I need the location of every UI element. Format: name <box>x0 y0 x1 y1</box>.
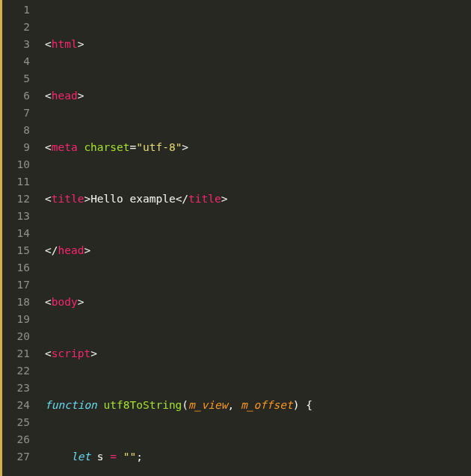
code-line[interactable]: <html> <box>45 36 417 53</box>
line-number: 10 <box>7 156 36 173</box>
line-number: 17 <box>7 276 36 294</box>
line-number: 21 <box>7 345 36 362</box>
code-line[interactable]: <meta charset="utf-8"> <box>45 139 417 156</box>
line-number: 3 <box>7 36 36 53</box>
code-line[interactable]: <body> <box>45 294 417 311</box>
line-number: 4 <box>7 53 36 70</box>
line-number: 22 <box>7 362 36 380</box>
code-line[interactable]: let s = ""; <box>45 448 417 466</box>
line-number: 24 <box>7 397 36 414</box>
line-number: 19 <box>7 311 36 328</box>
line-number: 16 <box>7 259 36 276</box>
line-number: 1 <box>7 1 36 19</box>
line-number: 5 <box>7 70 36 87</box>
line-number: 25 <box>7 414 36 431</box>
git-modified-stripe <box>0 0 2 476</box>
line-number: 11 <box>7 173 36 191</box>
line-number: 26 <box>7 431 36 448</box>
line-number: 6 <box>7 87 36 105</box>
line-number: 14 <box>7 225 36 242</box>
code-editor[interactable]: 1 2 3 4 5 6 7 8 9 10 11 12 13 14 15 16 1… <box>0 0 471 476</box>
code-line[interactable]: </head> <box>45 242 417 259</box>
line-number: 12 <box>7 191 36 208</box>
line-number: 15 <box>7 242 36 259</box>
line-number: 2 <box>7 19 36 36</box>
line-number: 13 <box>7 208 36 225</box>
code-line[interactable]: <head> <box>45 87 417 105</box>
line-number: 27 <box>7 448 36 466</box>
code-area[interactable]: <html> <head> <meta charset="utf-8"> <ti… <box>36 0 417 476</box>
line-number: 20 <box>7 328 36 345</box>
line-number-gutter: 1 2 3 4 5 6 7 8 9 10 11 12 13 14 15 16 1… <box>0 0 36 476</box>
line-number: 18 <box>7 294 36 311</box>
code-line[interactable]: <script> <box>45 345 417 362</box>
line-number: 23 <box>7 380 36 397</box>
line-number: 8 <box>7 122 36 139</box>
code-line[interactable]: function utf8ToString(m_view, m_offset) … <box>45 397 417 414</box>
line-number: 9 <box>7 139 36 156</box>
line-number: 7 <box>7 105 36 122</box>
code-line[interactable]: <title>Hello example</title> <box>45 191 417 208</box>
